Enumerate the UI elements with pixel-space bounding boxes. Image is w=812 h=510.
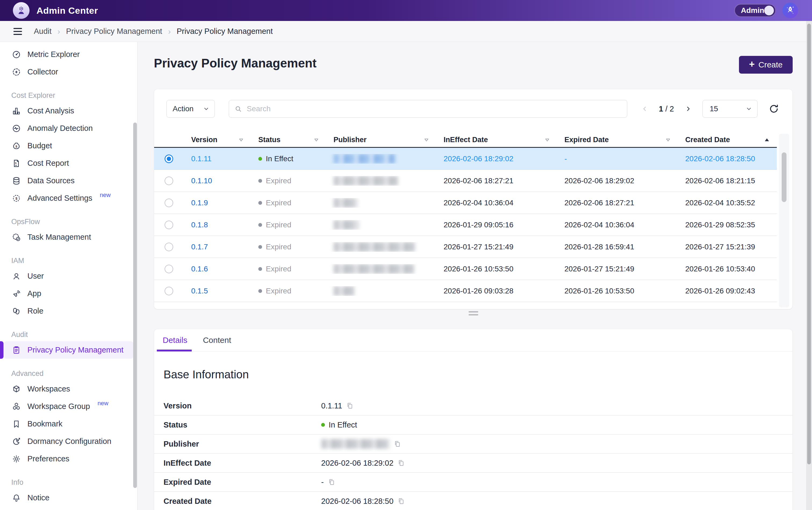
sidebar-item-dormancy-configuration[interactable]: Dormancy Configuration [0, 433, 137, 450]
created-date-cell: 2026-02-06 18:28:50 [678, 154, 777, 163]
version-link[interactable]: 0.1.5 [191, 287, 208, 295]
breadcrumb-separator: › [168, 27, 171, 36]
row-radio[interactable] [164, 221, 173, 229]
sidebar-item-user[interactable]: User [0, 267, 137, 285]
sidebar-item-preferences[interactable]: Preferences [0, 450, 137, 468]
version-link[interactable]: 0.1.7 [191, 243, 208, 251]
copy-icon[interactable] [397, 459, 405, 467]
column-header-expired-date[interactable]: Expired Date [557, 136, 678, 144]
ineffect-date-cell: 2026-01-29 09:05:16 [436, 221, 557, 229]
sidebar-item-app[interactable]: App [0, 285, 137, 302]
row-radio[interactable] [164, 176, 173, 185]
sidebar-section-advanced: Advanced [0, 369, 137, 377]
version-link[interactable]: 0.1.6 [191, 265, 208, 273]
table-row[interactable]: 0.1.6 Expired 2026-01-26 10:53:50 2026-0… [154, 258, 777, 280]
version-link[interactable]: 0.1.11 [191, 154, 212, 163]
table-scrollbar-thumb[interactable] [782, 152, 786, 202]
prev-page-button[interactable] [641, 104, 649, 114]
row-radio[interactable] [164, 287, 173, 295]
sidebar-item-cost-report[interactable]: $ Cost Report [0, 154, 137, 172]
status-badge: Expired [258, 287, 326, 295]
bar-chart-icon [12, 106, 21, 116]
row-radio[interactable] [164, 154, 173, 163]
version-link[interactable]: 0.1.8 [191, 221, 208, 229]
sidebar-item-privacy-policy-management[interactable]: Privacy Policy Management [4, 341, 133, 359]
sidebar-item-anomaly-detection[interactable]: Anomaly Detection [0, 119, 137, 137]
base-information-fields: Version 0.1.11 Status In Effect Publishe… [154, 396, 792, 510]
current-page: 1 [659, 105, 663, 113]
column-label: Status [258, 136, 280, 144]
sidebar-item-label: Workspaces [27, 385, 70, 393]
page-size-dropdown[interactable]: 15 [702, 100, 757, 118]
filter-icon[interactable] [545, 137, 550, 143]
filter-icon[interactable] [313, 137, 319, 143]
table-row[interactable]: 0.1.10 Expired 2026-02-06 18:27:21 2026-… [154, 170, 777, 192]
table-row[interactable]: 0.1.11 In Effect 2026-02-06 18:29:02 - 2… [154, 148, 777, 170]
column-header-created-date[interactable]: Created Date [678, 136, 777, 144]
sidebar-item-workspace-group[interactable]: Workspace Group new [0, 398, 137, 415]
table-row[interactable]: 0.1.7 Expired 2026-01-27 15:21:49 2026-0… [154, 236, 777, 258]
column-header-publisher[interactable]: Publisher [326, 136, 436, 144]
window-scrollbar-thumb[interactable] [807, 24, 811, 464]
row-radio[interactable] [164, 243, 173, 251]
sidebar-item-budget[interactable]: $ Budget [0, 137, 137, 154]
breadcrumb-item-ppm[interactable]: Privacy Policy Management [66, 27, 162, 36]
window-scrollbar-track[interactable] [806, 21, 812, 510]
copy-icon[interactable] [346, 402, 354, 410]
next-page-button[interactable] [684, 104, 692, 114]
tab-details[interactable]: Details [163, 336, 187, 345]
sidebar-item-role[interactable]: Role [0, 302, 137, 320]
sidebar-item-bookmark[interactable]: Bookmark [0, 415, 137, 433]
sidebar-item-data-sources[interactable]: Data Sources [0, 172, 137, 190]
sidebar-item-task-management[interactable]: Task Management [0, 228, 137, 246]
panel-resize-handle[interactable] [469, 311, 478, 317]
base-information-title: Base Information [163, 368, 249, 381]
row-radio[interactable] [164, 199, 173, 207]
status-badge: Expired [258, 199, 326, 207]
sidebar-item-label: Cost Analysis [27, 106, 74, 115]
version-link[interactable]: 0.1.10 [191, 176, 212, 185]
filter-icon[interactable] [238, 137, 244, 143]
sidebar-item-collector[interactable]: Collector [0, 63, 137, 81]
breadcrumb-item-current: Privacy Policy Management [177, 27, 273, 36]
sidebar-menu-toggle[interactable] [13, 26, 22, 37]
copy-icon[interactable] [397, 497, 405, 505]
cost-report-icon: $ [12, 159, 21, 168]
field-row-created-date: Created Date 2026-02-06 18:28:50 [154, 492, 792, 510]
sort-ascending-icon[interactable] [764, 137, 770, 143]
admin-toggle[interactable]: Admin [734, 4, 776, 17]
create-button[interactable]: + Create [739, 56, 793, 74]
search-input[interactable] [246, 104, 622, 113]
sidebar-item-cost-analysis[interactable]: Cost Analysis [0, 102, 137, 119]
column-header-version[interactable]: Version [184, 136, 251, 144]
field-row-version: Version 0.1.11 [154, 396, 792, 416]
row-radio[interactable] [164, 265, 173, 273]
column-header-ineffect-date[interactable]: InEffect Date [436, 136, 557, 144]
filter-icon[interactable] [665, 137, 671, 143]
breadcrumb-item-audit[interactable]: Audit [34, 27, 52, 36]
table-row[interactable]: 0.1.8 Expired 2026-01-29 09:05:16 2026-0… [154, 214, 777, 236]
column-header-status[interactable]: Status [251, 136, 326, 144]
copy-icon[interactable] [328, 478, 336, 486]
sidebar-item-metric-explorer[interactable]: Metric Explorer [0, 46, 137, 63]
app-logo[interactable] [13, 2, 30, 19]
sidebar-item-label: Role [27, 307, 43, 315]
status-badge: Expired [258, 176, 326, 185]
copy-icon[interactable] [393, 440, 401, 448]
tab-content[interactable]: Content [203, 336, 231, 345]
refresh-button[interactable] [768, 103, 780, 115]
sidebar-item-workspaces[interactable]: Workspaces [0, 380, 137, 398]
version-link[interactable]: 0.1.9 [191, 199, 208, 207]
table-row[interactable]: 0.1.5 Expired 2026-01-26 09:03:28 2026-0… [154, 280, 777, 302]
assistant-button[interactable] [782, 3, 798, 18]
field-label: Version [163, 401, 321, 410]
sidebar-item-notice[interactable]: Notice [0, 489, 137, 507]
action-dropdown[interactable]: Action [167, 100, 215, 118]
search-box[interactable] [229, 100, 627, 118]
sidebar-scrollbar[interactable] [133, 122, 137, 488]
table-row[interactable]: 0.1.9 Expired 2026-02-04 10:36:04 2026-0… [154, 192, 777, 214]
filter-icon[interactable] [424, 137, 429, 143]
sidebar-item-label: Notice [27, 493, 50, 502]
sidebar-item-advanced-settings[interactable]: $ Advanced Settings new [0, 190, 137, 207]
active-tab-underline [157, 349, 192, 351]
